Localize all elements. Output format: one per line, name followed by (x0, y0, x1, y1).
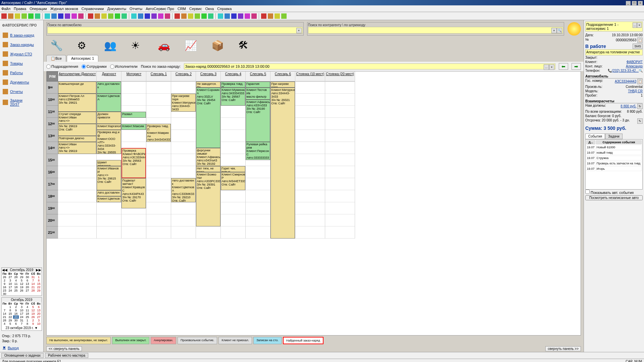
menu-Окна[interactable]: Окна (205, 7, 214, 11)
toolbar-icon-4[interactable] (28, 13, 34, 19)
clear-icon[interactable]: × (549, 64, 554, 70)
search-auto-input[interactable]: × (47, 27, 303, 34)
exit-button[interactable]: ✖Выход (0, 344, 43, 352)
schedule-grid[interactable]: P/M9001000110012001300140015001600170018… (46, 71, 581, 335)
show-auto-checkbox[interactable]: Показывать авт. события (585, 191, 634, 195)
schedule-event[interactable]: Стучит спередиКлиент:ИванАвто:<> (58, 112, 96, 124)
view-unsubscribed-button[interactable]: Посмотреть незаписанные авто (585, 195, 643, 200)
clear-icon[interactable]: × (296, 28, 302, 33)
calendar-october[interactable]: Октябрь 2019 ПнВтСрЧтПтСбВс1234567891011… (1, 297, 42, 331)
events-table[interactable]: Д...Содержание события19.07Новый 6100019… (585, 139, 643, 190)
toolbar-icon-11[interactable] (78, 13, 84, 19)
toolbar-icon-28[interactable] (201, 13, 207, 19)
prev-month-icon[interactable]: ◀◀ (2, 268, 7, 272)
clear-icon[interactable]: × (551, 28, 557, 33)
toolbar-icon-25[interactable] (181, 13, 187, 19)
schedule-event[interactable]: Гарантия (246, 82, 270, 88)
toolbar-icon-30[interactable] (218, 13, 223, 19)
edit-icon[interactable]: ✎ (637, 118, 643, 124)
toolbar-icon-26[interactable] (188, 13, 193, 19)
collapse-left-button[interactable]: << свернуть панель (46, 346, 82, 351)
nav-item-4[interactable]: Работы (0, 68, 43, 77)
refresh-icon[interactable]: ↻ (637, 104, 643, 109)
toolbar-icon-21[interactable] (151, 13, 157, 19)
radio-employees[interactable]: Сотрудники (82, 64, 107, 69)
toolbar-icon-16[interactable] (115, 13, 120, 19)
menu-CRM[interactable]: CRM (178, 7, 186, 11)
schedule-event[interactable]: Повторная диагно (58, 136, 96, 142)
client-link[interactable]: ФАВОРИТ (627, 60, 643, 64)
menu-Файл[interactable]: Файл (1, 7, 10, 11)
dropdown-icon[interactable]: ... (633, 22, 637, 28)
schedule-event[interactable]: При нагреве теряКлиент:МитруковАвто:3344… (171, 94, 196, 112)
nav-item-0[interactable]: В заказ-наряд (0, 31, 43, 40)
schedule-col-0[interactable]: Автоэлектрик /ДиагностКомпьютерная диКли… (58, 71, 97, 239)
schedule-event[interactable]: Должен привезти (97, 112, 121, 124)
collapse-right-button[interactable]: свернуть панель >> (545, 346, 581, 351)
minimize-icon[interactable]: _ (626, 1, 631, 6)
schedule-event[interactable]: Проверка тнвд. П (221, 82, 245, 88)
toolbar-icon-23[interactable] (165, 13, 170, 19)
schedule-event[interactable]: Клиент:Цветков А (97, 94, 121, 112)
schedule-event[interactable]: Клиент:МукиенкоАвто:343334333З/н №: 2956… (221, 88, 245, 106)
model-link[interactable]: ТНВД CR (628, 89, 643, 93)
phone-link[interactable]: (232) 323-33-42... (612, 69, 639, 72)
toolbar-icon-3[interactable] (21, 13, 27, 19)
schedule-col-6[interactable]: Слесарь 4Проверка тнвд. ПКлиент:Мукиенко… (221, 71, 246, 239)
toolbar-icon-27[interactable] (195, 13, 200, 19)
close-icon[interactable]: × (637, 22, 642, 28)
schedule-col-8[interactable]: Слесарь 6При нагреве теряКлиент:Митруков… (270, 71, 295, 239)
event-row[interactable]: 19.07Новый 61000 (586, 145, 642, 150)
schedule-col-2[interactable]: МотористРазвалКлиент:МаксимПроверкаКлиен… (121, 71, 146, 239)
contact-link[interactable]: Александр (626, 64, 643, 68)
schedule-event[interactable]: Клиент:АфанасьеАвто:433тх333З/н №: 29190… (246, 100, 270, 142)
schedule-event[interactable]: Проверка инд и фКлиент:ООО «ЛТ»Авто:3334… (97, 130, 121, 154)
toolbar-icon-13[interactable] (95, 13, 100, 19)
schedule-event[interactable]: Клиент:Цветков А (97, 196, 121, 202)
toolbar-icon-14[interactable] (101, 13, 107, 19)
rp-description-input[interactable]: Аппаратура на топливном участке (585, 49, 643, 55)
search-icon[interactable]: 🔍 (557, 28, 562, 33)
sms-button[interactable]: SMS (633, 44, 643, 49)
next-button[interactable]: ➡ (572, 63, 581, 70)
bottom-tab-1[interactable]: Рабочее место мастера (45, 353, 88, 358)
gos-link[interactable]: АЗС33344443 (615, 80, 636, 83)
rp-subdivision[interactable]: Подразделение 1 - автосервис 1 (586, 22, 633, 31)
menu-Правка[interactable]: Правка (14, 7, 26, 11)
schedule-event[interactable]: Клиент:Иванов ИАвто:<>З/н №: 29615Отв: С… (97, 166, 121, 190)
schedule-event[interactable]: Клиент:Божко НатАвто:А333РС333З/н №: 293… (196, 172, 220, 226)
schedule-event[interactable]: Нет тяги, не разго (196, 166, 220, 172)
event-row[interactable]: 19.07новый тнвд (586, 150, 642, 155)
schedule-event[interactable]: Клиент:Тестов Ивмасло фильтр (246, 88, 270, 100)
toolbar-icon-17[interactable] (121, 13, 127, 19)
close-icon[interactable]: × (638, 1, 643, 6)
schedule-col-1[interactable]: ДиагностАвто доставлен кКлиент:Цветков А… (97, 71, 121, 239)
tab-events[interactable]: События (585, 134, 605, 139)
schedule-event[interactable]: Клиент:Сорокин ААвто:33ZLVЗ/н №: 29454От… (196, 88, 220, 148)
schedule-event[interactable]: Клиент:МитруковАвто:334443-3433З/н №: 29… (270, 88, 295, 239)
schedule-event[interactable]: ПроверкаКлиент:ФАВОРИТАвто:АЗС3334443З/н… (121, 148, 146, 178)
toolbar-icon-38[interactable] (275, 13, 280, 19)
menu-Отчеты[interactable]: Отчеты (130, 7, 142, 11)
schedule-col-4[interactable]: Слесарь 2При нагреве теряКлиент:Митруков… (171, 71, 196, 239)
toolbar-icon-35[interactable] (251, 13, 257, 19)
schedule-col-3[interactable]: Слесарь 1Проверка тнвд. ПКлиент:Маврин А… (146, 71, 171, 239)
schedule-event[interactable]: Клиент:Максим (121, 124, 146, 130)
schedule-event[interactable]: форсунки омыватКлиент:АфанасьеАвто:х343т… (196, 148, 220, 166)
schedule-col-5[interactable]: Слесарь 3Не заводится. ПрКлиент:Сорокин … (196, 71, 221, 239)
toolbar-icon-18[interactable] (131, 13, 137, 19)
nav-tasks[interactable]: Задачи20/37 (0, 96, 43, 108)
menu-Сервис[interactable]: Сервис (189, 7, 202, 11)
schedule-event[interactable]: З/н №: 29619Отв: Сайт (58, 124, 96, 136)
toolbar-icon-12[interactable] (88, 13, 93, 19)
event-row[interactable]: 19.07Стружка (586, 156, 642, 160)
toolbar-icon-7[interactable] (51, 13, 57, 19)
toolbar-icon-31[interactable] (225, 13, 230, 19)
toolbar-icon-5[interactable] (35, 13, 40, 19)
nav-item-2[interactable]: Журнал СТО (0, 49, 43, 59)
schedule-event[interactable]: Подвезут запчастКлиент:Кравцов САвто:К43… (121, 178, 146, 208)
filter-input[interactable]: Заказ-наряд 00000029563 от 19.10.2019 13… (184, 63, 555, 69)
toolbar-icon-37[interactable] (268, 13, 273, 19)
schedule-event[interactable]: Авто доставлен кКлиент:Цветков ААвто:С33… (171, 178, 196, 202)
schedule-event[interactable]: Авто доставлен к (97, 82, 121, 94)
